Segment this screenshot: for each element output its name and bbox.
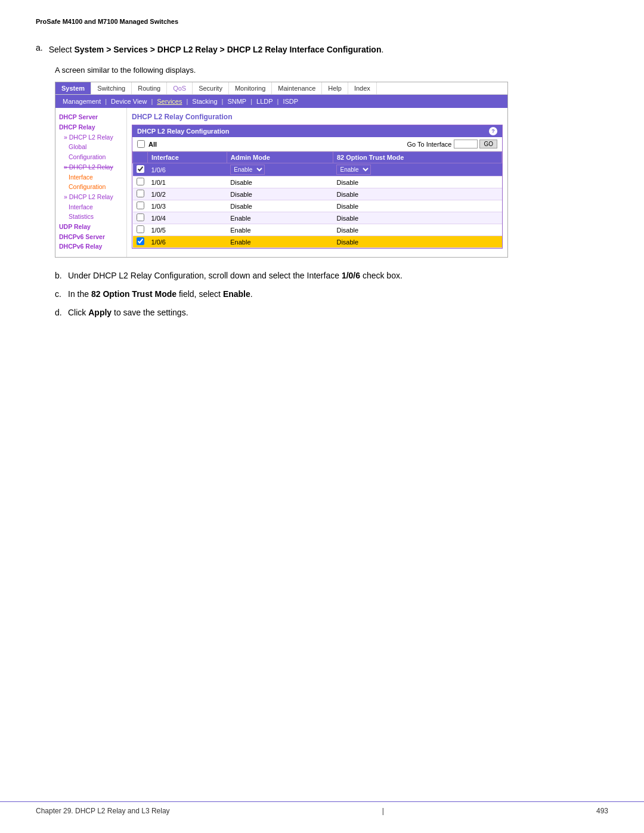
ui-main: DHCP Server DHCP Relay » DHCP L2 Relay G…: [55, 108, 507, 257]
row7-check: [133, 236, 148, 248]
row3-trust-mode: Disable: [333, 188, 501, 200]
row3-interface: 1/0/2: [148, 188, 227, 200]
step-a-bold: System > Services > DHCP L2 Relay > DHCP…: [75, 45, 382, 54]
nav-routing[interactable]: Routing: [132, 82, 167, 94]
table-row: 1/0/1 Disable Disable: [133, 176, 502, 188]
table-row: 1/0/6 Enable Disable: [133, 236, 502, 248]
th-checkbox: [133, 152, 148, 163]
help-icon[interactable]: ?: [489, 127, 497, 135]
sidebar-dhcp-server[interactable]: DHCP Server: [59, 113, 123, 122]
subnav-services[interactable]: Services: [153, 97, 185, 106]
all-checkbox[interactable]: [137, 140, 145, 148]
subnav-management[interactable]: Management: [59, 97, 104, 106]
step-a-text: Select: [49, 45, 75, 54]
row6-check: [133, 224, 148, 236]
page-number: 493: [596, 807, 608, 815]
goto-button[interactable]: GO: [479, 140, 497, 148]
doc-footer: Chapter 29. DHCP L2 Relay and L3 Relay |…: [0, 801, 644, 815]
doc-title: ProSafe M4100 and M7100 Managed Switches: [36, 18, 178, 25]
row6-checkbox[interactable]: [137, 225, 144, 233]
goto-input[interactable]: [454, 140, 478, 148]
row4-trust-mode: Disable: [333, 200, 501, 212]
row3-admin-mode: Disable: [227, 188, 333, 200]
row4-checkbox[interactable]: [137, 202, 144, 209]
step-d-label: d.: [55, 306, 64, 319]
step-d: d. Click Apply to save the settings.: [55, 306, 608, 319]
sidebar-configuration[interactable]: Configuration: [69, 182, 123, 191]
subnav-deviceview[interactable]: Device View: [107, 97, 150, 106]
table-row: 1/0/2 Disable Disable: [133, 188, 502, 200]
sidebar-statistics[interactable]: Statistics: [69, 212, 123, 221]
th-trust-mode: 82 Option Trust Mode: [333, 152, 501, 163]
table-header-row: Interface Admin Mode 82 Option Trust Mod…: [133, 152, 502, 163]
table-row: 1/0/6 Enable Disable Enable Disa: [133, 163, 502, 176]
row6-trust-mode: Disable: [333, 224, 501, 236]
row2-checkbox[interactable]: [137, 178, 144, 185]
steps-list: b. Under DHCP L2 Relay Configuration, sc…: [55, 270, 608, 319]
sidebar-dhcp-relay[interactable]: DHCP Relay: [59, 123, 123, 132]
step-c-label: c.: [55, 288, 64, 301]
step-b: b. Under DHCP L2 Relay Configuration, sc…: [55, 270, 608, 282]
row5-check: [133, 212, 148, 224]
row1-check: [133, 163, 148, 176]
content-title: DHCP L2 Relay Configuration: [132, 113, 503, 121]
row2-admin-mode: Disable: [227, 176, 333, 188]
row2-interface: 1/0/1: [148, 176, 227, 188]
row5-trust-mode: Disable: [333, 212, 501, 224]
row6-interface: 1/0/5: [148, 224, 227, 236]
sidebar-dhcpv6-server[interactable]: DHCPv6 Server: [59, 233, 123, 241]
step-d-text: Click Apply to save the settings.: [68, 306, 188, 319]
row1-admin-select[interactable]: Enable Disable: [230, 165, 265, 175]
row1-interface: 1/0/6: [148, 163, 227, 176]
row5-interface: 1/0/4: [148, 212, 227, 224]
nav-index[interactable]: Index: [348, 82, 377, 94]
row5-checkbox[interactable]: [137, 213, 144, 221]
sidebar-global[interactable]: Global: [69, 143, 123, 151]
subnav-snmp[interactable]: SNMP: [224, 97, 250, 106]
goto-label: All: [148, 141, 157, 148]
step-a-label: a.: [36, 43, 43, 52]
sidebar-interface[interactable]: Interface: [69, 173, 123, 182]
nav-help[interactable]: Help: [322, 82, 348, 94]
sidebar-dhcp-l2-relay-stats[interactable]: » DHCP L2 Relay: [64, 193, 123, 202]
row7-checkbox[interactable]: [137, 237, 144, 245]
sidebar-dhcp-l2-relay[interactable]: » DHCP L2 Relay: [64, 133, 123, 142]
subnav-isdp[interactable]: ISDP: [279, 97, 302, 106]
row1-trust-select[interactable]: Enable Disable: [336, 165, 371, 175]
nav-system[interactable]: System: [55, 82, 91, 94]
th-interface: Interface: [148, 152, 227, 163]
row3-check: [133, 188, 148, 200]
sidebar-udp-relay[interactable]: UDP Relay: [59, 222, 123, 231]
top-nav: System Switching Routing QoS Security Mo…: [55, 82, 507, 95]
goto-text: Go To Interface: [407, 141, 451, 148]
row1-admin-mode: Enable Disable: [227, 163, 333, 176]
step-a-content: Select System > Services > DHCP L2 Relay…: [49, 43, 384, 56]
step-c-text: In the 82 Option Trust Mode field, selec…: [68, 288, 253, 301]
sidebar-dhcpv6-relay[interactable]: DHCPv6 Relay: [59, 242, 123, 251]
config-table: Interface Admin Mode 82 Option Trust Mod…: [132, 151, 502, 248]
nav-monitoring[interactable]: Monitoring: [229, 82, 272, 94]
subnav-stacking[interactable]: Stacking: [188, 97, 221, 106]
goto-row: All Go To Interface GO: [132, 137, 502, 151]
row4-interface: 1/0/3: [148, 200, 227, 212]
footer-separator: |: [382, 807, 384, 815]
row3-checkbox[interactable]: [137, 190, 144, 197]
sidebar-dhcp-l2-relay-iface[interactable]: » DHCP L2 Relay: [64, 163, 123, 172]
th-admin-mode: Admin Mode: [227, 152, 333, 163]
row4-check: [133, 200, 148, 212]
nav-qos[interactable]: QoS: [167, 82, 193, 94]
doc-header: ProSafe M4100 and M7100 Managed Switches: [36, 18, 608, 25]
subnav-lldp[interactable]: LLDP: [253, 97, 277, 106]
screen-caption: A screen similar to the following displa…: [55, 66, 608, 75]
row2-trust-mode: Disable: [333, 176, 501, 188]
step-b-label: b.: [55, 270, 64, 282]
table-row: 1/0/4 Enable Disable: [133, 212, 502, 224]
nav-switching[interactable]: Switching: [91, 82, 132, 94]
nav-maintenance[interactable]: Maintenance: [272, 82, 322, 94]
row1-checkbox[interactable]: [137, 165, 144, 173]
nav-security[interactable]: Security: [193, 82, 229, 94]
sidebar-interface-stats[interactable]: Interface: [69, 203, 123, 212]
step-c: c. In the 82 Option Trust Mode field, se…: [55, 288, 608, 301]
sidebar-config[interactable]: Configuration: [69, 153, 123, 162]
row4-admin-mode: Disable: [227, 200, 333, 212]
